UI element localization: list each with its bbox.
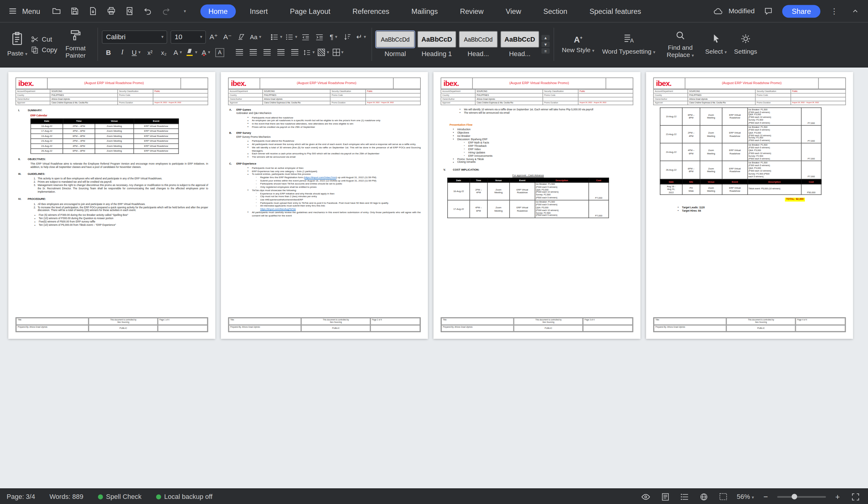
tab-page-layout[interactable]: Page Layout: [281, 4, 339, 18]
word-count[interactable]: Words: 889: [50, 493, 83, 501]
document-page-4[interactable]: ibex. (August ERP Virtual Roadshow Promo…: [646, 72, 853, 339]
bullet-list-icon[interactable]: [269, 31, 283, 43]
document-page-3[interactable]: ibex. (August ERP Virtual Roadshow Promo…: [433, 72, 640, 339]
flow-item: ERP Throwback: [464, 144, 633, 148]
line-spacing-icon[interactable]: [302, 46, 316, 58]
increase-indent-icon[interactable]: [313, 31, 326, 43]
clear-format-icon[interactable]: [235, 31, 248, 43]
bullet-item: Participants must attend the Roadshow: [247, 140, 421, 143]
document-page-2[interactable]: ibex. (August ERP Virtual Roadshow Promo…: [221, 72, 428, 339]
print-icon[interactable]: [104, 4, 118, 18]
change-case-icon[interactable]: [249, 31, 262, 43]
ribbon-separator: [554, 28, 554, 61]
collapse-ribbon-icon[interactable]: [848, 4, 862, 18]
web-layout-globe-icon[interactable]: [698, 491, 710, 502]
style-gallery-more-icon[interactable]: ≡: [541, 48, 550, 54]
superscript-icon[interactable]: [144, 46, 156, 58]
zoom-in-button[interactable]: +: [833, 492, 842, 501]
align-left-icon[interactable]: [233, 46, 246, 58]
zoom-slider[interactable]: [777, 496, 826, 498]
paste-button[interactable]: Paste: [3, 31, 31, 58]
align-center-icon[interactable]: [247, 46, 260, 58]
bold-icon[interactable]: [102, 46, 115, 58]
document-canvas[interactable]: ibex. (August ERP Virtual Roadshow Promo…: [0, 68, 868, 488]
font-color-icon[interactable]: [199, 46, 212, 58]
increase-font-icon[interactable]: [207, 31, 220, 43]
cut-button[interactable]: Cut: [31, 35, 57, 43]
ibex-logo: ibex.: [16, 78, 47, 89]
document-page-1[interactable]: ibex. (August ERP Virtual Roadshow Promo…: [8, 72, 216, 339]
fullscreen-icon[interactable]: [849, 491, 861, 502]
toolbar-more-chevron[interactable]: [177, 4, 192, 18]
menu-hamburger-icon[interactable]: [6, 4, 20, 18]
style-heading3[interactable]: AaBbCcD: [500, 31, 539, 48]
hide-toolbars-eye-icon[interactable]: [640, 491, 652, 502]
bullet-item: Prizes will be credited via payroll on t…: [247, 125, 421, 129]
zoom-slider-thumb[interactable]: [792, 494, 797, 499]
kebab-menu-icon[interactable]: ⋮: [827, 4, 841, 18]
menu-button[interactable]: Menu: [22, 7, 40, 16]
redo-icon[interactable]: [158, 4, 173, 18]
outline-view-icon[interactable]: [679, 491, 691, 502]
borders-icon[interactable]: [331, 46, 344, 58]
zoom-out-button[interactable]: −: [761, 492, 770, 501]
copy-button[interactable]: Copy: [31, 46, 57, 54]
tab-mailings[interactable]: Mailings: [403, 4, 446, 18]
tab-references[interactable]: References: [344, 4, 397, 18]
spell-check-status[interactable]: Spell Check: [98, 493, 141, 501]
cost-row: 26-Aug-226PM – 8PMZoom MeetingERP Virtua…: [660, 161, 821, 179]
distributed-icon[interactable]: [289, 46, 301, 58]
tab-special-features[interactable]: Special features: [581, 4, 649, 18]
tab-section[interactable]: Section: [535, 4, 576, 18]
paragraph-marks-icon[interactable]: [327, 31, 340, 43]
style-heading1[interactable]: AaBbCcD: [417, 31, 456, 48]
font-size-select[interactable]: 10: [171, 30, 206, 43]
font-name-select[interactable]: Calibri: [102, 30, 167, 43]
select-button[interactable]: Select: [701, 32, 731, 56]
tab-home[interactable]: Home: [200, 4, 236, 18]
subscript-icon[interactable]: [157, 46, 170, 58]
decrease-indent-icon[interactable]: [300, 31, 312, 43]
tab-review[interactable]: Review: [452, 4, 492, 18]
ibex-logo: ibex.: [229, 78, 260, 89]
tab-insert[interactable]: Insert: [241, 4, 276, 18]
flow-item: Promo: Survey & Tiktok: [453, 158, 633, 161]
tab-view[interactable]: View: [497, 4, 529, 18]
text-effects-icon[interactable]: [171, 46, 184, 58]
highlight-color-icon[interactable]: [185, 46, 198, 58]
style-heading2[interactable]: AaBbCcDd: [459, 31, 498, 48]
print-preview-icon[interactable]: [122, 4, 136, 18]
page-indicator[interactable]: Page: 3/4: [7, 493, 35, 501]
style-gallery-up-icon[interactable]: ▲: [541, 35, 550, 40]
character-border-icon[interactable]: [214, 46, 226, 58]
align-right-icon[interactable]: [261, 46, 273, 58]
find-replace-button[interactable]: Find and Replace: [659, 29, 701, 60]
underline-icon[interactable]: [130, 46, 143, 58]
fit-page-icon[interactable]: [717, 491, 730, 502]
zoom-level[interactable]: 56%: [737, 493, 754, 501]
shading-icon[interactable]: [317, 46, 330, 58]
print-layout-view-icon[interactable]: [659, 491, 671, 502]
style-gallery-down-icon[interactable]: ▼: [541, 42, 550, 47]
style-normal[interactable]: AaBbCcDd: [376, 31, 415, 48]
bullet-item: We will identify 10 winners via a raffle…: [459, 107, 633, 111]
numbered-list-icon[interactable]: [285, 31, 298, 43]
undo-icon[interactable]: [141, 4, 155, 18]
sort-icon[interactable]: [341, 31, 353, 43]
export-pdf-icon[interactable]: [85, 4, 100, 18]
justify-icon[interactable]: [275, 46, 288, 58]
italic-icon[interactable]: [116, 46, 129, 58]
share-button[interactable]: Share: [783, 5, 820, 18]
text-wrap-icon[interactable]: [355, 31, 368, 43]
save-icon[interactable]: [67, 4, 82, 18]
bullet-item: An employee can join all roadshows in a …: [247, 119, 421, 122]
sync-status[interactable]: Modified: [711, 4, 755, 18]
word-typesetting-button[interactable]: A Word Typesetting: [598, 32, 659, 56]
new-style-button[interactable]: A+ New Style: [558, 34, 598, 55]
open-file-icon[interactable]: [49, 4, 64, 18]
decrease-font-icon[interactable]: [221, 31, 234, 43]
comment-icon[interactable]: [761, 4, 776, 18]
local-backup-status[interactable]: Local backup off: [156, 493, 213, 501]
format-painter-button[interactable]: Format Painter: [57, 28, 94, 61]
settings-button[interactable]: Settings: [731, 32, 761, 56]
